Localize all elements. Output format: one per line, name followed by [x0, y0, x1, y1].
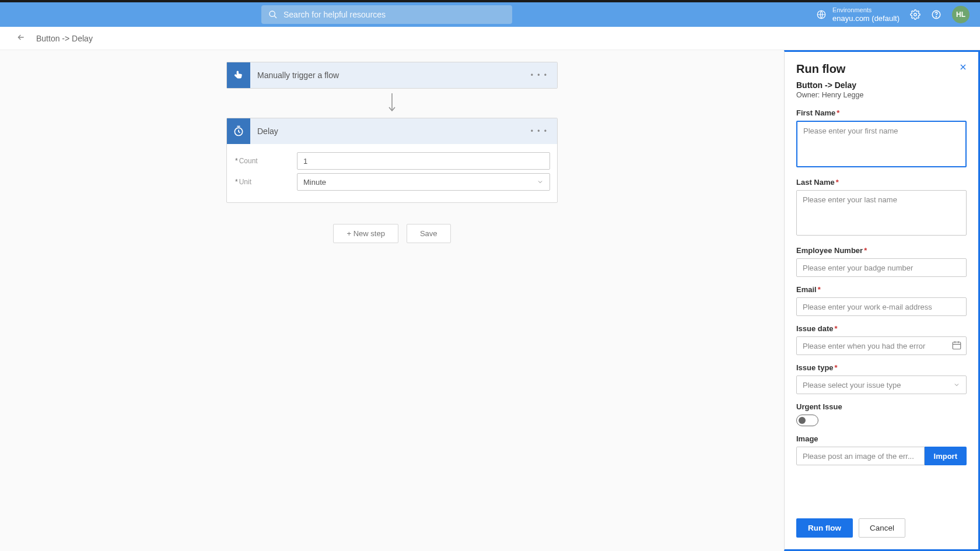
import-button[interactable]: Import: [925, 447, 967, 465]
urgent-toggle[interactable]: [796, 415, 818, 426]
help-icon: [931, 9, 942, 20]
svg-point-3: [914, 13, 917, 16]
unit-select[interactable]: Minute: [297, 173, 550, 191]
search-input[interactable]: Search for helpful resources: [261, 5, 512, 24]
environment-name: enayu.com (default): [832, 14, 900, 23]
count-input[interactable]: 1: [297, 152, 550, 170]
image-label: Image: [796, 434, 967, 443]
search-placeholder: Search for helpful resources: [284, 10, 386, 19]
issue-type-label: Issue type*: [796, 363, 967, 372]
delay-icon-box: [227, 118, 250, 144]
employee-number-label: Employee Number*: [796, 246, 967, 255]
run-flow-panel: Run flow Button -> Delay Owner: Henry Le…: [784, 50, 980, 551]
svg-line-1: [274, 16, 276, 18]
email-input[interactable]: [796, 297, 967, 316]
trigger-menu[interactable]: • • •: [522, 71, 557, 79]
environment-picker[interactable]: Environments enayu.com (default): [816, 6, 900, 23]
first-name-label: First Name*: [796, 108, 967, 117]
panel-title: Run flow: [796, 62, 967, 76]
image-input[interactable]: [796, 447, 925, 465]
clock-icon: [233, 125, 244, 137]
run-flow-button[interactable]: Run flow: [796, 518, 853, 538]
count-label: *Count: [234, 157, 297, 165]
panel-flow-name: Button -> Delay: [796, 80, 967, 90]
last-name-input[interactable]: [796, 190, 967, 236]
delay-menu[interactable]: • • •: [522, 127, 557, 135]
issue-date-input[interactable]: [796, 336, 967, 355]
app-header: Search for helpful resources Environment…: [0, 2, 980, 27]
unit-label: *Unit: [234, 178, 297, 186]
save-button[interactable]: Save: [407, 224, 451, 243]
environment-icon: [816, 9, 827, 20]
chevron-down-icon: [953, 381, 960, 388]
employee-number-input[interactable]: [796, 258, 967, 277]
hand-tap-icon: [233, 69, 244, 81]
first-name-input[interactable]: [796, 121, 967, 167]
trigger-icon-box: [227, 62, 250, 88]
trigger-title: Manually trigger a flow: [250, 71, 522, 80]
back-button[interactable]: [16, 33, 26, 44]
email-label: Email*: [796, 285, 967, 294]
cancel-button[interactable]: Cancel: [859, 518, 905, 538]
urgent-label: Urgent Issue: [796, 402, 967, 411]
environment-label: Environments: [832, 6, 900, 14]
issue-type-select[interactable]: Please select your issue type: [796, 375, 967, 394]
issue-date-label: Issue date*: [796, 324, 967, 333]
delay-title: Delay: [250, 127, 522, 136]
panel-owner: Owner: Henry Legge: [796, 91, 967, 99]
search-icon: [268, 10, 278, 19]
breadcrumb-bar: Button -> Delay: [0, 27, 980, 50]
breadcrumb-title: Button -> Delay: [36, 34, 93, 43]
arrow-down-icon: [388, 93, 396, 113]
gear-icon: [910, 9, 921, 20]
settings-button[interactable]: [910, 9, 921, 20]
arrow-left-icon: [16, 33, 26, 42]
svg-point-5: [936, 16, 936, 17]
user-avatar[interactable]: HL: [952, 6, 970, 23]
trigger-card[interactable]: Manually trigger a flow • • •: [226, 62, 558, 89]
help-button[interactable]: [931, 9, 942, 20]
panel-close-button[interactable]: [958, 62, 968, 74]
last-name-label: Last Name*: [796, 178, 967, 187]
close-icon: [958, 62, 968, 72]
flow-canvas: Manually trigger a flow • • • Delay • • …: [0, 50, 784, 551]
delay-card[interactable]: Delay • • • *Count 1 *Unit Minute: [226, 118, 558, 203]
svg-point-0: [270, 11, 275, 16]
flow-connector: [388, 93, 396, 113]
chevron-down-icon: [537, 178, 544, 185]
new-step-button[interactable]: + New step: [333, 224, 398, 243]
